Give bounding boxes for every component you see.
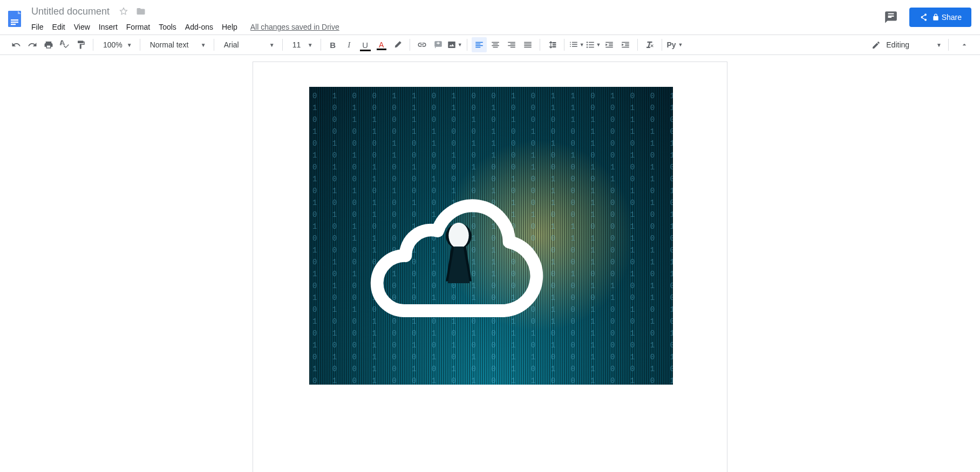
align-right-button[interactable]: [504, 37, 519, 52]
py-addon-button[interactable]: Py▼: [666, 37, 683, 52]
move-folder-icon[interactable]: [134, 5, 147, 18]
svg-rect-2: [11, 19, 18, 20]
redo-button[interactable]: [25, 37, 40, 52]
print-button[interactable]: [41, 37, 56, 52]
inserted-image[interactable]: 0 1 0 0 1 1 0 1 0 0 1 0 1 1 0 1 0 0 1 1 …: [309, 87, 673, 385]
share-label: Share: [942, 13, 962, 22]
svg-point-8: [586, 42, 588, 43]
toolbar: A 100%▼ Normal text▼ Arial▼ 11▼ B I U A …: [0, 35, 980, 55]
align-justify-button[interactable]: [520, 37, 535, 52]
cloud-lock-icon: [367, 155, 550, 338]
paint-format-button[interactable]: [73, 37, 89, 52]
italic-button[interactable]: I: [342, 37, 357, 52]
menu-help[interactable]: Help: [217, 20, 242, 33]
svg-point-11: [448, 223, 468, 249]
titlebar: Untitled document File Edit View Insert …: [0, 0, 980, 35]
insert-image-button[interactable]: ▼: [447, 37, 462, 52]
align-left-button[interactable]: [472, 37, 487, 52]
style-value: Normal text: [150, 40, 189, 49]
align-center-button[interactable]: [488, 37, 503, 52]
undo-button[interactable]: [9, 37, 24, 52]
svg-rect-7: [448, 42, 455, 48]
svg-text:A: A: [61, 41, 64, 46]
menu-insert[interactable]: Insert: [94, 20, 122, 33]
docs-logo-icon[interactable]: [4, 4, 26, 33]
font-value: Arial: [224, 40, 239, 49]
comments-icon[interactable]: [881, 8, 901, 27]
share-button[interactable]: Share: [909, 8, 971, 27]
doc-title-input[interactable]: Untitled document: [28, 6, 113, 17]
numbered-list-button[interactable]: ▼: [569, 37, 584, 52]
font-size-select[interactable]: 11▼: [287, 37, 316, 52]
text-color-button[interactable]: A: [374, 37, 389, 52]
mode-label: Editing: [886, 40, 909, 49]
svg-point-9: [586, 44, 588, 46]
svg-rect-3: [11, 22, 18, 23]
menu-tools[interactable]: Tools: [154, 20, 181, 33]
decrease-indent-button[interactable]: [602, 37, 617, 52]
spellcheck-button[interactable]: A: [57, 37, 72, 52]
bold-button[interactable]: B: [325, 37, 341, 52]
document-canvas[interactable]: 0 1 0 0 1 1 0 1 0 0 1 0 1 1 0 1 0 0 1 1 …: [0, 55, 980, 472]
svg-rect-4: [11, 24, 16, 25]
menu-format[interactable]: Format: [122, 20, 154, 33]
menu-addons[interactable]: Add-ons: [181, 20, 217, 33]
save-status[interactable]: All changes saved in Drive: [250, 23, 339, 31]
zoom-value: 100%: [103, 40, 122, 49]
menu-view[interactable]: View: [70, 20, 94, 33]
pencil-icon: [872, 40, 881, 50]
size-value: 11: [292, 40, 301, 49]
star-icon[interactable]: [117, 5, 130, 18]
highlight-color-button[interactable]: [390, 37, 405, 52]
menu-edit[interactable]: Edit: [48, 20, 70, 33]
underline-button[interactable]: U: [358, 37, 373, 52]
menu-bar: File Edit View Insert Format Tools Add-o…: [28, 19, 339, 35]
editing-mode-select[interactable]: Editing ▼: [867, 37, 944, 52]
bulleted-list-button[interactable]: ▼: [586, 37, 601, 52]
clear-formatting-button[interactable]: [642, 37, 657, 52]
svg-point-10: [586, 46, 588, 48]
page-1[interactable]: 0 1 0 0 1 1 0 1 0 0 1 0 1 1 0 1 0 0 1 1 …: [253, 61, 727, 472]
font-family-select[interactable]: Arial▼: [219, 37, 278, 52]
increase-indent-button[interactable]: [618, 37, 633, 52]
line-spacing-button[interactable]: [545, 37, 560, 52]
menu-file[interactable]: File: [27, 20, 48, 33]
hide-menus-button[interactable]: [957, 38, 971, 52]
zoom-select[interactable]: 100%▼: [98, 37, 135, 52]
insert-link-button[interactable]: [414, 37, 430, 52]
insert-comment-button[interactable]: [431, 37, 446, 52]
paragraph-style-select[interactable]: Normal text▼: [145, 37, 209, 52]
